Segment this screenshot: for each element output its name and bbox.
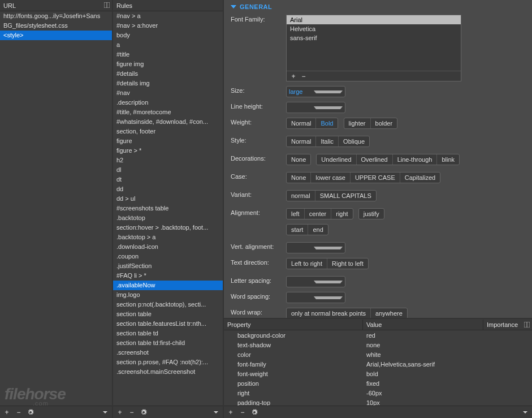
variant-segmented[interactable]: normal SMALL CAPITALS	[286, 190, 377, 201]
align-right[interactable]: right	[331, 209, 352, 219]
rule-item[interactable]: .backtotop	[113, 213, 223, 223]
rule-item[interactable]: #nav > a	[113, 11, 223, 21]
style-normal[interactable]: Normal	[287, 136, 316, 146]
align-start[interactable]: start	[287, 225, 308, 235]
style-italic[interactable]: Italic	[316, 136, 339, 146]
size-select[interactable]: large	[286, 86, 345, 97]
valign-select[interactable]: .	[286, 242, 345, 253]
wordwrap-segmented[interactable]: only at normal break points anywhere	[286, 308, 408, 319]
section-header[interactable]: GENERAL	[231, 3, 526, 10]
weight-relative-segmented[interactable]: lighter bolder	[344, 118, 398, 129]
columns-icon[interactable]	[103, 1, 111, 9]
property-row[interactable]: background-colorred	[224, 330, 532, 340]
dropdown-icon[interactable]	[210, 407, 221, 417]
decoration-overlined[interactable]: Overlined	[357, 154, 393, 165]
case-none[interactable]: None	[287, 173, 311, 183]
font-item[interactable]: Arial	[287, 15, 461, 24]
rule-item[interactable]: figure img	[113, 59, 223, 69]
rule-item[interactable]: #details	[113, 69, 223, 79]
rule-item[interactable]: section:hover > .backtotop, foot...	[113, 223, 223, 232]
rule-item[interactable]: .screenshot.mainScreenshot	[113, 367, 223, 377]
weight-segmented[interactable]: Normal Bold	[286, 118, 338, 129]
weight-normal[interactable]: Normal	[287, 118, 316, 128]
textdir-segmented[interactable]: Left to right Right to left	[286, 258, 369, 269]
weight-lighter[interactable]: lighter	[344, 118, 371, 128]
rule-item[interactable]: #FAQ li > *	[113, 271, 223, 281]
remove-button[interactable]: −	[13, 407, 24, 417]
decoration-none[interactable]: None	[286, 154, 311, 165]
property-row[interactable]: font-familyArial,Helvetica,sans-serif	[224, 359, 532, 369]
property-row[interactable]: text-shadownone	[224, 340, 532, 350]
dropdown-icon[interactable]	[99, 407, 110, 417]
add-button[interactable]: +	[114, 407, 126, 417]
rule-item[interactable]: dt	[113, 175, 223, 184]
rule-item[interactable]: body	[113, 31, 223, 40]
font-item[interactable]: Helvetica	[287, 24, 461, 33]
rule-item[interactable]: dd	[113, 184, 223, 194]
style-segmented[interactable]: Normal Italic Oblique	[286, 136, 370, 147]
add-font-button[interactable]: +	[288, 72, 299, 80]
url-item[interactable]: BG_files/stylesheet.css	[0, 21, 112, 31]
rule-item[interactable]: figure > *	[113, 146, 223, 156]
rule-item[interactable]: .download-icon	[113, 242, 223, 252]
align-justify[interactable]: justify	[358, 208, 384, 219]
gear-icon[interactable]	[25, 407, 36, 417]
rule-item[interactable]: img.logo	[113, 290, 223, 300]
property-row[interactable]: positionfixed	[224, 378, 532, 388]
rule-item[interactable]: .backtotop > a	[113, 232, 223, 242]
wordwrap-anywhere[interactable]: anywhere	[371, 308, 407, 318]
rule-item[interactable]: section p.prose, #FAQ :not(h2):...	[113, 357, 223, 367]
font-item[interactable]: sans-serif	[287, 33, 461, 42]
gear-icon[interactable]	[138, 407, 149, 417]
align-center[interactable]: center	[305, 209, 332, 219]
dropdown-icon[interactable]	[519, 407, 530, 417]
align-startend-segmented[interactable]: start end	[286, 224, 328, 235]
case-capitalized[interactable]: Capitalized	[400, 173, 440, 183]
rule-item[interactable]: .justifSection	[113, 261, 223, 271]
case-upper[interactable]: UPPER CASE	[351, 173, 400, 183]
align-segmented[interactable]: left center right	[286, 208, 353, 219]
rule-item[interactable]: section table.featuresList tr:nth...	[113, 319, 223, 329]
url-item[interactable]: http://fonts.goog...ily=Josefin+Sans	[0, 11, 112, 21]
col-property[interactable]: Property	[224, 320, 363, 330]
remove-button[interactable]: −	[237, 407, 248, 417]
textdir-rtl[interactable]: Right to left	[327, 258, 368, 269]
rule-item[interactable]: #nav > a:hover	[113, 21, 223, 31]
rule-item[interactable]: section, footer	[113, 127, 223, 136]
rule-item[interactable]: dl	[113, 165, 223, 175]
rule-item[interactable]: section table	[113, 309, 223, 319]
case-lower[interactable]: lower case	[311, 173, 351, 183]
letterspacing-select[interactable]: .	[286, 276, 345, 287]
variant-normal[interactable]: normal	[287, 191, 315, 201]
gear-icon[interactable]	[249, 407, 260, 417]
rule-item[interactable]: dd > ul	[113, 194, 223, 204]
align-end[interactable]: end	[308, 225, 327, 235]
rule-item[interactable]: section table td	[113, 329, 223, 338]
textdir-ltr[interactable]: Left to right	[287, 258, 327, 269]
rules-list[interactable]: #nav > a#nav > a:hoverbodya#titlefigure …	[113, 11, 223, 406]
add-button[interactable]: +	[225, 407, 236, 417]
disclosure-triangle-icon[interactable]	[231, 5, 236, 8]
property-row[interactable]: right-60px	[224, 388, 532, 398]
rule-item[interactable]: #nav	[113, 88, 223, 98]
property-row[interactable]: colorwhite	[224, 350, 532, 359]
decoration-blink[interactable]: blink	[437, 154, 459, 165]
rule-item[interactable]: #whatsinside, #download, #con...	[113, 117, 223, 127]
weight-bold[interactable]: Bold	[316, 118, 338, 128]
decoration-underlined[interactable]: Underlined	[317, 154, 356, 165]
properties-table[interactable]: background-colorredtext-shadownonecolorw…	[224, 330, 532, 406]
rule-item[interactable]: #screenshots table	[113, 204, 223, 213]
rule-item[interactable]: section p:not(.backtotop), secti...	[113, 300, 223, 309]
decoration-linethrough[interactable]: Line-through	[393, 154, 438, 165]
rule-item[interactable]: .coupon	[113, 252, 223, 261]
rule-item[interactable]: .availableNow	[113, 281, 223, 290]
weight-bolder[interactable]: bolder	[371, 118, 397, 128]
add-button[interactable]: +	[1, 407, 12, 417]
wordwrap-normal[interactable]: only at normal break points	[287, 308, 371, 318]
property-row[interactable]: font-weightbold	[224, 369, 532, 378]
url-list[interactable]: http://fonts.goog...ily=Josefin+SansBG_f…	[0, 11, 112, 406]
rule-item[interactable]: .description	[113, 98, 223, 107]
style-oblique[interactable]: Oblique	[339, 136, 369, 146]
line-height-select[interactable]: .	[286, 102, 345, 113]
rule-item[interactable]: #details img	[113, 79, 223, 88]
